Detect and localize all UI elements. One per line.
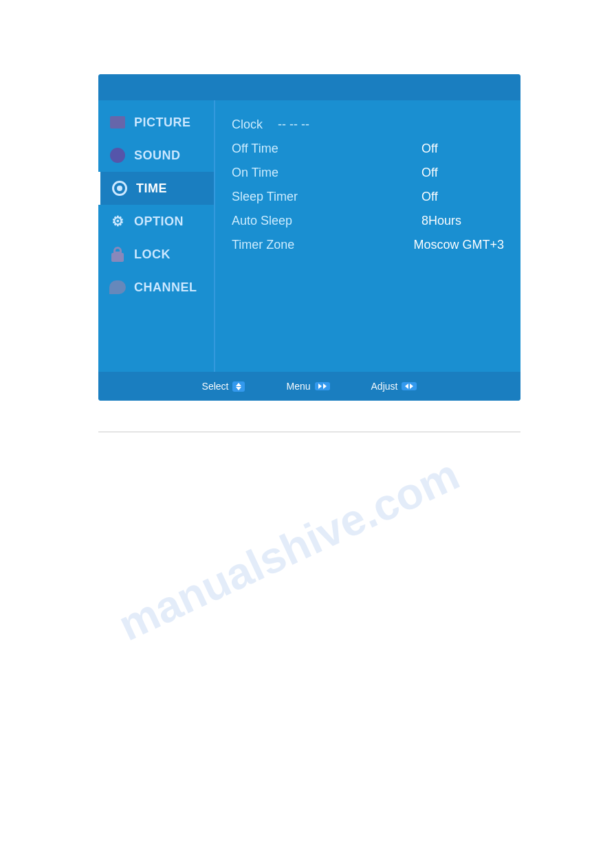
up-down-arrows xyxy=(236,383,241,390)
lock-icon xyxy=(108,245,127,264)
watermark: manualshive.com xyxy=(89,383,488,715)
sleep-timer-label: Sleep Timer xyxy=(232,190,421,204)
on-time-label: On Time xyxy=(232,166,421,180)
sidebar-label-lock: LOCK xyxy=(134,247,171,262)
menu-btn xyxy=(315,382,330,390)
time-icon xyxy=(110,179,129,198)
auto-sleep-row[interactable]: Auto Sleep 8Hours xyxy=(232,210,504,232)
off-time-value: Off xyxy=(421,142,504,156)
timer-zone-label: Timer Zone xyxy=(232,238,413,252)
clock-row: Clock -- -- -- xyxy=(232,114,504,135)
option-icon: ⚙ xyxy=(108,212,127,231)
watermark-text: manualshive.com xyxy=(111,449,467,651)
arrow-right-icon xyxy=(318,383,322,389)
on-time-value: Off xyxy=(421,166,504,180)
select-label: Select xyxy=(202,381,229,392)
sleep-timer-value: Off xyxy=(421,190,504,204)
tv-menu: PICTURE SOUND TIME xyxy=(98,74,520,401)
menu-status: Menu xyxy=(286,381,329,392)
sidebar-label-picture: PICTURE xyxy=(134,115,191,130)
sidebar-item-time[interactable]: TIME xyxy=(98,172,214,205)
sound-icon xyxy=(108,146,127,165)
select-btn xyxy=(232,381,245,392)
adjust-status: Adjust xyxy=(371,381,417,392)
menu-arrows xyxy=(318,383,327,389)
timer-zone-row[interactable]: Timer Zone Moscow GMT+3 xyxy=(232,234,504,256)
channel-icon xyxy=(108,278,127,297)
sidebar-label-channel: CHANNEL xyxy=(134,280,197,295)
clock-label: Clock xyxy=(232,118,263,132)
off-time-label: Off Time xyxy=(232,142,421,156)
auto-sleep-value: 8Hours xyxy=(421,214,504,228)
arrow-up-icon xyxy=(236,383,241,386)
menu-label: Menu xyxy=(286,381,310,392)
sidebar-item-sound[interactable]: SOUND xyxy=(98,139,214,172)
sidebar-item-lock[interactable]: LOCK xyxy=(98,238,214,271)
arrow-left-icon xyxy=(405,383,408,389)
arrow-down-icon xyxy=(236,387,241,390)
sidebar-item-picture[interactable]: PICTURE xyxy=(98,106,214,139)
adjust-arrows xyxy=(405,383,413,389)
sidebar-label-sound: SOUND xyxy=(134,148,181,163)
select-status: Select xyxy=(202,381,245,392)
sidebar-label-time: TIME xyxy=(136,181,167,196)
timer-zone-value: Moscow GMT+3 xyxy=(413,238,504,252)
tv-content: PICTURE SOUND TIME xyxy=(98,100,520,372)
page-wrapper: PICTURE SOUND TIME xyxy=(0,0,614,868)
tv-top-bar xyxy=(98,74,520,100)
tv-statusbar: Select Menu Adjust xyxy=(98,372,520,401)
auto-sleep-label: Auto Sleep xyxy=(232,214,421,228)
arrow-right-icon2 xyxy=(323,383,327,389)
sidebar-label-option: OPTION xyxy=(134,214,184,229)
clock-value: -- -- -- xyxy=(278,118,309,132)
sleep-timer-row[interactable]: Sleep Timer Off xyxy=(232,186,504,208)
tv-sidebar: PICTURE SOUND TIME xyxy=(98,100,215,372)
picture-icon xyxy=(108,113,127,132)
adjust-label: Adjust xyxy=(371,381,398,392)
arrow-right-icon3 xyxy=(410,383,413,389)
divider-line xyxy=(98,432,520,432)
sidebar-item-channel[interactable]: CHANNEL xyxy=(98,271,214,304)
off-time-row[interactable]: Off Time Off xyxy=(232,138,504,159)
sidebar-item-option[interactable]: ⚙ OPTION xyxy=(98,205,214,238)
tv-panel: Clock -- -- -- Off Time Off On Time Off … xyxy=(215,100,520,372)
adjust-btn xyxy=(402,382,417,390)
on-time-row[interactable]: On Time Off xyxy=(232,162,504,183)
